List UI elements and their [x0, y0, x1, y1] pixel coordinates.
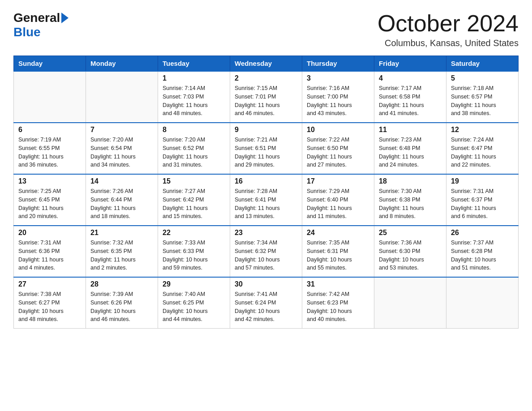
day-info: Sunrise: 7:38 AM Sunset: 6:27 PM Dayligh… — [18, 290, 81, 324]
day-info: Sunrise: 7:17 AM Sunset: 6:58 PM Dayligh… — [379, 84, 442, 118]
calendar-cell: 19Sunrise: 7:31 AM Sunset: 6:37 PM Dayli… — [446, 174, 519, 226]
day-number: 28 — [90, 280, 153, 288]
day-info: Sunrise: 7:18 AM Sunset: 6:57 PM Dayligh… — [451, 84, 514, 118]
calendar-cell — [374, 277, 446, 329]
day-info: Sunrise: 7:22 AM Sunset: 6:50 PM Dayligh… — [307, 136, 369, 169]
calendar-week-row: 6Sunrise: 7:19 AM Sunset: 6:55 PM Daylig… — [14, 123, 519, 174]
day-number: 18 — [379, 177, 442, 185]
day-info: Sunrise: 7:36 AM Sunset: 6:30 PM Dayligh… — [379, 239, 442, 272]
calendar-cell: 25Sunrise: 7:36 AM Sunset: 6:30 PM Dayli… — [374, 226, 446, 277]
day-number: 16 — [235, 177, 297, 185]
calendar-cell: 2Sunrise: 7:15 AM Sunset: 7:01 PM Daylig… — [230, 71, 302, 123]
day-number: 30 — [235, 280, 297, 288]
calendar-cell: 13Sunrise: 7:25 AM Sunset: 6:45 PM Dayli… — [14, 174, 86, 226]
calendar-cell: 17Sunrise: 7:29 AM Sunset: 6:40 PM Dayli… — [302, 174, 374, 226]
calendar-week-row: 1Sunrise: 7:14 AM Sunset: 7:03 PM Daylig… — [14, 71, 519, 123]
location-text: Columbus, Kansas, United States — [378, 38, 519, 48]
calendar-header-row: SundayMondayTuesdayWednesdayThursdayFrid… — [14, 56, 519, 72]
day-info: Sunrise: 7:42 AM Sunset: 6:23 PM Dayligh… — [307, 290, 369, 324]
day-number: 26 — [451, 229, 514, 237]
calendar-day-header: Monday — [86, 56, 158, 72]
day-number: 15 — [163, 177, 225, 185]
calendar-cell — [86, 71, 158, 123]
day-number: 4 — [379, 74, 442, 82]
day-info: Sunrise: 7:30 AM Sunset: 6:38 PM Dayligh… — [379, 187, 442, 221]
calendar-cell: 15Sunrise: 7:27 AM Sunset: 6:42 PM Dayli… — [158, 174, 230, 226]
day-number: 20 — [18, 229, 81, 237]
calendar-day-header: Saturday — [446, 56, 519, 72]
day-number: 3 — [307, 74, 369, 82]
day-info: Sunrise: 7:35 AM Sunset: 6:31 PM Dayligh… — [307, 239, 369, 272]
calendar-cell: 8Sunrise: 7:20 AM Sunset: 6:52 PM Daylig… — [158, 123, 230, 174]
day-number: 11 — [379, 126, 442, 134]
title-area: October 2024 Columbus, Kansas, United St… — [378, 11, 519, 48]
calendar-cell: 22Sunrise: 7:33 AM Sunset: 6:33 PM Dayli… — [158, 226, 230, 277]
calendar-cell — [446, 277, 519, 329]
day-info: Sunrise: 7:23 AM Sunset: 6:48 PM Dayligh… — [379, 136, 442, 169]
day-info: Sunrise: 7:31 AM Sunset: 6:36 PM Dayligh… — [18, 239, 81, 272]
calendar-day-header: Sunday — [14, 56, 86, 72]
day-number: 10 — [307, 126, 369, 134]
day-number: 2 — [235, 74, 297, 82]
calendar-day-header: Tuesday — [158, 56, 230, 72]
day-info: Sunrise: 7:21 AM Sunset: 6:51 PM Dayligh… — [235, 136, 297, 169]
calendar-cell: 4Sunrise: 7:17 AM Sunset: 6:58 PM Daylig… — [374, 71, 446, 123]
calendar-cell: 1Sunrise: 7:14 AM Sunset: 7:03 PM Daylig… — [158, 71, 230, 123]
calendar-cell — [14, 71, 86, 123]
day-info: Sunrise: 7:20 AM Sunset: 6:52 PM Dayligh… — [163, 136, 225, 169]
day-number: 7 — [90, 126, 153, 134]
calendar-day-header: Wednesday — [230, 56, 302, 72]
day-info: Sunrise: 7:27 AM Sunset: 6:42 PM Dayligh… — [163, 187, 225, 221]
day-number: 17 — [307, 177, 369, 185]
day-info: Sunrise: 7:34 AM Sunset: 6:32 PM Dayligh… — [235, 239, 297, 272]
day-info: Sunrise: 7:33 AM Sunset: 6:33 PM Dayligh… — [163, 239, 225, 272]
day-number: 24 — [307, 229, 369, 237]
calendar-cell: 26Sunrise: 7:37 AM Sunset: 6:28 PM Dayli… — [446, 226, 519, 277]
day-info: Sunrise: 7:20 AM Sunset: 6:54 PM Dayligh… — [90, 136, 153, 169]
day-info: Sunrise: 7:41 AM Sunset: 6:24 PM Dayligh… — [235, 290, 297, 324]
day-number: 25 — [379, 229, 442, 237]
day-number: 23 — [235, 229, 297, 237]
calendar-cell: 18Sunrise: 7:30 AM Sunset: 6:38 PM Dayli… — [374, 174, 446, 226]
day-number: 13 — [18, 177, 81, 185]
day-info: Sunrise: 7:28 AM Sunset: 6:41 PM Dayligh… — [235, 187, 297, 221]
day-info: Sunrise: 7:14 AM Sunset: 7:03 PM Dayligh… — [163, 84, 225, 118]
logo-blue-text: Blue — [13, 25, 41, 39]
day-number: 9 — [235, 126, 297, 134]
calendar-cell: 3Sunrise: 7:16 AM Sunset: 7:00 PM Daylig… — [302, 71, 374, 123]
day-number: 27 — [18, 280, 81, 288]
calendar-cell: 30Sunrise: 7:41 AM Sunset: 6:24 PM Dayli… — [230, 277, 302, 329]
calendar-table: SundayMondayTuesdayWednesdayThursdayFrid… — [13, 56, 519, 329]
day-info: Sunrise: 7:39 AM Sunset: 6:26 PM Dayligh… — [90, 290, 153, 324]
day-info: Sunrise: 7:26 AM Sunset: 6:44 PM Dayligh… — [90, 187, 153, 221]
month-title: October 2024 — [378, 11, 519, 36]
logo-general-text: General — [13, 11, 60, 25]
day-number: 5 — [451, 74, 514, 82]
calendar-cell: 10Sunrise: 7:22 AM Sunset: 6:50 PM Dayli… — [302, 123, 374, 174]
day-info: Sunrise: 7:16 AM Sunset: 7:00 PM Dayligh… — [307, 84, 369, 118]
calendar-cell: 21Sunrise: 7:32 AM Sunset: 6:35 PM Dayli… — [86, 226, 158, 277]
calendar-cell: 28Sunrise: 7:39 AM Sunset: 6:26 PM Dayli… — [86, 277, 158, 329]
day-info: Sunrise: 7:15 AM Sunset: 7:01 PM Dayligh… — [235, 84, 297, 118]
calendar-week-row: 20Sunrise: 7:31 AM Sunset: 6:36 PM Dayli… — [14, 226, 519, 277]
day-number: 22 — [163, 229, 225, 237]
day-info: Sunrise: 7:32 AM Sunset: 6:35 PM Dayligh… — [90, 239, 153, 272]
calendar-cell: 16Sunrise: 7:28 AM Sunset: 6:41 PM Dayli… — [230, 174, 302, 226]
calendar-week-row: 13Sunrise: 7:25 AM Sunset: 6:45 PM Dayli… — [14, 174, 519, 226]
day-number: 14 — [90, 177, 153, 185]
calendar-cell: 12Sunrise: 7:24 AM Sunset: 6:47 PM Dayli… — [446, 123, 519, 174]
calendar-week-row: 27Sunrise: 7:38 AM Sunset: 6:27 PM Dayli… — [14, 277, 519, 329]
calendar-cell: 5Sunrise: 7:18 AM Sunset: 6:57 PM Daylig… — [446, 71, 519, 123]
day-number: 1 — [163, 74, 225, 82]
calendar-day-header: Thursday — [302, 56, 374, 72]
day-number: 12 — [451, 126, 514, 134]
calendar-cell: 27Sunrise: 7:38 AM Sunset: 6:27 PM Dayli… — [14, 277, 86, 329]
calendar-cell: 6Sunrise: 7:19 AM Sunset: 6:55 PM Daylig… — [14, 123, 86, 174]
day-info: Sunrise: 7:25 AM Sunset: 6:45 PM Dayligh… — [18, 187, 81, 221]
calendar-cell: 14Sunrise: 7:26 AM Sunset: 6:44 PM Dayli… — [86, 174, 158, 226]
day-info: Sunrise: 7:37 AM Sunset: 6:28 PM Dayligh… — [451, 239, 514, 272]
calendar-cell: 20Sunrise: 7:31 AM Sunset: 6:36 PM Dayli… — [14, 226, 86, 277]
day-number: 19 — [451, 177, 514, 185]
calendar-cell: 23Sunrise: 7:34 AM Sunset: 6:32 PM Dayli… — [230, 226, 302, 277]
calendar-cell: 29Sunrise: 7:40 AM Sunset: 6:25 PM Dayli… — [158, 277, 230, 329]
